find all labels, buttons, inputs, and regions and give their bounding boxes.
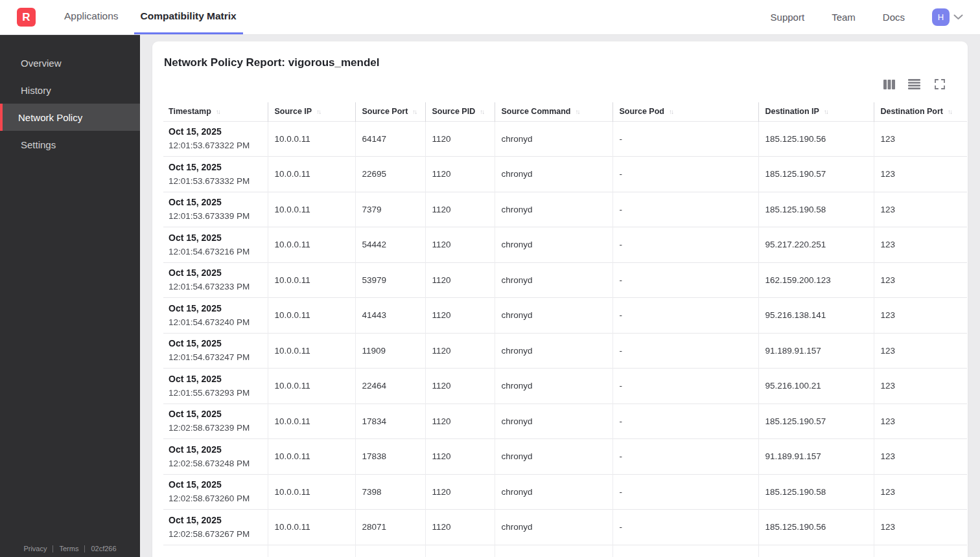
user-avatar[interactable]: H [932,8,950,26]
sidebar-item-overview[interactable]: Overview [0,49,140,76]
timestamp-time: 12:02:58.673239 PM [169,421,268,435]
fullscreen-button[interactable] [933,80,946,91]
column-header-destination-ip[interactable]: Destination IP↑↓ [758,102,874,121]
destination-port-cell: 123 [874,157,967,192]
table-row: Oct 15, 2025 12:01:54.673233 PM 10.0.0.1… [163,262,967,298]
destination-ip-cell: 185.125.190.58 [758,474,874,510]
table-row: Oct 15, 2025 12:01:55.673293 PM 10.0.0.1… [163,369,967,404]
main-content: Network Policy Report: vigorous_mendel [140,35,980,557]
chevron-down-icon[interactable] [953,14,963,20]
column-label: Destination IP [765,107,819,116]
app-logo[interactable]: R [17,8,36,27]
table-toolbar [152,80,968,91]
timestamp-cell: Oct 15, 2025 [163,545,268,557]
source-command-cell: chronyd [495,510,612,545]
source-ip-cell: 10.0.0.11 [268,298,355,334]
timestamp-cell: Oct 15, 2025 12:01:54.673233 PM [163,262,268,298]
source-pod-cell: - [612,510,758,545]
timestamp-time: 12:02:58.673267 PM [169,527,268,541]
source-port-cell: 7398 [355,474,425,510]
sidebar: OverviewHistoryNetwork PolicySettings Pr… [0,35,140,557]
column-header-source-port[interactable]: Source Port↑↓ [355,102,425,121]
column-label: Timestamp [169,107,211,116]
source-pid-cell: 1120 [425,192,495,227]
tab-applications[interactable]: Applications [58,0,125,34]
destination-port-cell: 123 [874,333,967,369]
column-header-source-ip[interactable]: Source IP↑↓ [268,102,355,121]
source-ip-cell: 10.0.0.11 [268,369,355,404]
source-command-cell: chronyd [495,192,612,227]
destination-port-cell: 123 [874,262,967,298]
nav-link-support[interactable]: Support [771,12,805,23]
build-id: 02cf266 [91,545,116,552]
timestamp-date: Oct 15, 2025 [169,161,268,174]
column-header-source-pid[interactable]: Source PID↑↓ [425,102,495,121]
column-header-source-command[interactable]: Source Command↑↓ [495,102,612,121]
table-row: Oct 15, 2025 12:02:58.673239 PM 10.0.0.1… [163,404,967,439]
timestamp-cell: Oct 15, 2025 12:02:58.673267 PM [163,510,268,545]
timestamp-time: 12:01:53.673332 PM [169,174,268,188]
timestamp-time: 12:02:58.673260 PM [169,492,268,505]
source-pod-cell: - [612,404,758,439]
timestamp-cell: Oct 15, 2025 12:02:58.673239 PM [163,404,268,439]
timestamp-time: 12:01:55.673293 PM [169,386,268,400]
source-port-cell: 22464 [355,369,425,404]
column-label: Source Port [362,107,408,116]
column-label: Destination Port [881,107,944,116]
column-header-destination-port[interactable]: Destination Port↑↓ [874,102,967,121]
destination-port-cell: 123 [874,298,967,334]
privacy-link[interactable]: Privacy [23,545,47,552]
destination-ip-cell: 91.189.91.157 [758,333,874,369]
destination-port-cell: 123 [874,474,967,510]
timestamp-date: Oct 15, 2025 [169,372,268,386]
timestamp-date: Oct 15, 2025 [169,266,268,280]
sidebar-item-settings[interactable]: Settings [0,131,140,158]
timestamp-cell: Oct 15, 2025 12:01:53.673322 PM [163,121,268,157]
table-row: Oct 15, 2025 12:01:54.673240 PM 10.0.0.1… [163,298,967,334]
sort-icon: ↑↓ [412,108,416,115]
timestamp-cell: Oct 15, 2025 12:01:54.673247 PM [163,333,268,369]
timestamp-date: Oct 15, 2025 [169,231,268,245]
source-pid-cell: 1120 [425,474,495,510]
source-port-cell [355,545,425,557]
timestamp-cell: Oct 15, 2025 12:02:58.673248 PM [163,439,268,475]
timestamp-time: 12:01:54.673216 PM [169,245,268,258]
destination-ip-cell: 91.189.91.157 [758,439,874,475]
source-pod-cell [612,545,758,557]
timestamp-date: Oct 15, 2025 [169,125,268,139]
destination-ip-cell: 185.125.190.58 [758,192,874,227]
table-row: Oct 15, 2025 12:01:53.673332 PM 10.0.0.1… [163,157,967,192]
tab-compatibility-matrix[interactable]: Compatibility Matrix [134,0,243,34]
destination-ip-cell: 185.125.190.57 [758,404,874,439]
primary-tabs: ApplicationsCompatibility Matrix [58,0,252,34]
terms-link[interactable]: Terms [59,545,78,552]
timestamp-time: 12:01:54.673240 PM [169,315,268,329]
rows-view-button[interactable] [908,80,920,91]
sidebar-item-history[interactable]: History [0,76,140,104]
column-header-source-pod[interactable]: Source Pod↑↓ [612,102,758,121]
destination-ip-cell: 185.125.190.56 [758,121,874,157]
destination-ip-cell: 162.159.200.123 [758,262,874,298]
destination-port-cell [874,545,967,557]
nav-link-docs[interactable]: Docs [883,12,905,23]
sort-icon: ↑↓ [948,108,951,115]
source-pid-cell: 1120 [425,439,495,475]
timestamp-cell: Oct 15, 2025 12:02:58.673260 PM [163,474,268,510]
sidebar-item-network-policy[interactable]: Network Policy [0,104,140,131]
table-row: Oct 15, 2025 12:01:53.673339 PM 10.0.0.1… [163,192,967,227]
source-pid-cell: 1120 [425,369,495,404]
timestamp-date: Oct 15, 2025 [169,196,268,209]
source-port-cell: 7379 [355,192,425,227]
destination-port-cell: 123 [874,227,967,263]
table-row: Oct 15, 2025 12:01:54.673247 PM 10.0.0.1… [163,333,967,369]
destination-ip-cell: 185.125.190.57 [758,157,874,192]
source-command-cell: chronyd [495,262,612,298]
destination-port-cell: 123 [874,439,967,475]
destination-ip-cell: 185.125.190.56 [758,510,874,545]
timestamp-date: Oct 15, 2025 [169,407,268,421]
nav-link-team[interactable]: Team [832,12,856,23]
table-row: Oct 15, 2025 12:02:58.673260 PM 10.0.0.1… [163,474,967,510]
columns-view-button[interactable] [883,80,895,91]
column-header-timestamp[interactable]: Timestamp↑↓ [163,102,268,121]
source-ip-cell: 10.0.0.11 [268,192,355,227]
